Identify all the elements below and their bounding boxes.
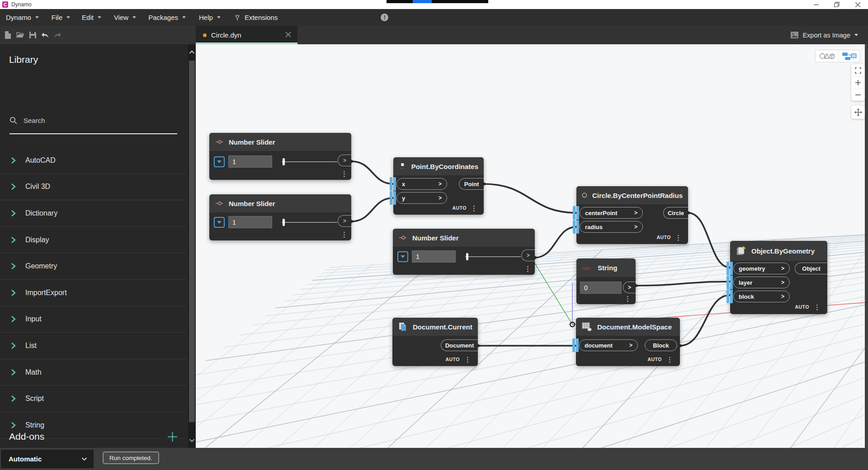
node-context-menu[interactable]: ⋮ [814,304,821,310]
node-header[interactable]: Circle.ByCenterPointRadius [576,186,688,204]
slider-options-dropdown[interactable] [397,251,408,262]
graph-canvas[interactable]: Number Slider > ⋮ Number Slider > ⋮ [196,44,868,448]
graph-view-button[interactable] [838,50,860,62]
minimize-button[interactable] [806,0,826,9]
node-header[interactable]: Number Slider [393,229,535,247]
node-document-modelspace[interactable]: Document.ModelSpace document> Block AUTO… [576,318,680,366]
zoom-in-button[interactable] [851,76,865,89]
input-port-block[interactable]: block> [733,291,790,302]
fit-to-screen-button[interactable] [851,64,865,76]
node-object-bygeometry[interactable]: Object.ByGeometry geometry> layer> block… [730,241,827,314]
scrollbar-thumb[interactable] [189,61,195,422]
tab-close-icon[interactable] [285,31,291,39]
sidebar-item-civil3d[interactable]: Civil 3D [0,174,186,201]
output-port-circle[interactable]: Circle [663,207,688,219]
input-port-layer[interactable]: layer> [733,277,790,288]
run-mode-select[interactable]: Automatic [1,450,94,468]
string-value-input[interactable] [580,282,622,294]
output-port[interactable]: > [338,155,351,166]
node-number-slider-1[interactable]: Number Slider > ⋮ [209,133,351,180]
node-header[interactable]: Number Slider [209,133,351,151]
sidebar-item-display[interactable]: Display [0,227,186,254]
node-header[interactable]: Document.Current [392,318,478,336]
output-port-document[interactable]: Document [441,339,478,351]
input-port-document[interactable]: document> [579,339,638,351]
sidebar-item-importexport[interactable]: ImportExport [0,280,186,306]
input-port-y[interactable]: y> [396,192,447,204]
slider-track[interactable] [282,222,337,223]
restore-button[interactable] [826,0,847,9]
menu-file[interactable]: File [52,14,70,21]
node-number-slider-3[interactable]: Number Slider > ⋮ [393,229,535,275]
wire-slider2-to-point-y[interactable] [351,198,393,221]
node-string[interactable]: ABC String > ⋮ [576,258,636,304]
menu-extensions[interactable]: Extensions [234,14,278,21]
slider-value-input[interactable] [412,250,456,263]
wire-slider3-to-circle-radius[interactable] [535,227,576,258]
export-as-image-button[interactable]: Export as Image [791,32,858,39]
node-circle-bycenterpointradius[interactable]: Circle.ByCenterPointRadius centerPoint> … [576,186,688,244]
slider-options-dropdown[interactable] [214,156,225,167]
menu-packages[interactable]: Packages [148,14,186,21]
open-folder-button[interactable] [16,32,24,38]
sidebar-item-script[interactable]: Script [0,385,186,412]
wire-slider1-to-point-x[interactable] [351,161,393,184]
slider-handle[interactable] [283,219,285,226]
node-number-slider-2[interactable]: Number Slider > ⋮ [209,194,351,240]
menu-edit[interactable]: Edit [82,14,101,21]
sidebar-item-list[interactable]: List [0,333,186,359]
node-context-menu[interactable]: ⋮ [464,357,471,363]
sidebar-item-geometry[interactable]: Geometry [0,253,186,280]
new-file-button[interactable] [5,31,11,39]
undo-button[interactable] [41,32,49,38]
node-header[interactable]: ABC String [576,258,636,277]
slider-track[interactable] [465,256,521,257]
node-context-menu[interactable]: ⋮ [471,205,477,212]
wire-modelspace-to-object-block[interactable] [680,295,730,346]
menu-dynamo[interactable]: Dynamo [6,14,39,21]
output-port-block[interactable]: Block [645,339,677,351]
node-header[interactable]: Document.ModelSpace [576,318,680,336]
sidebar-item-math[interactable]: Math [0,359,186,386]
node-context-menu[interactable]: ⋮ [341,171,348,177]
input-port-geometry[interactable]: geometry> [733,263,790,274]
scroll-up-icon[interactable] [189,48,195,56]
output-port[interactable]: > [521,249,535,261]
sidebar-scrollbar[interactable] [188,44,196,448]
input-port-radius[interactable]: radius> [580,221,643,233]
save-button[interactable] [29,32,36,38]
close-window-button[interactable] [847,0,868,9]
redo-button[interactable] [54,32,61,38]
sidebar-item-autocad[interactable]: AutoCAD [0,147,186,174]
node-context-menu[interactable]: ⋮ [675,235,682,241]
pan-button[interactable] [851,105,865,119]
slider-value-input[interactable] [228,216,272,228]
geometry-view-button[interactable] [816,50,838,62]
wire-point-to-circle-centerpoint[interactable] [484,184,576,213]
wire-circle-to-object-geometry[interactable] [688,213,730,268]
slider-value-input[interactable] [228,155,272,168]
tab-circle-dyn[interactable]: Circle.dyn [196,26,297,44]
node-header[interactable]: XY Point.ByCoordinates [393,157,484,175]
node-context-menu[interactable]: ⋮ [341,231,348,238]
search-input[interactable] [24,117,150,124]
add-package-button[interactable] [167,431,178,444]
zoom-out-button[interactable] [851,89,865,101]
notifications-button[interactable]: ! [381,14,388,21]
menu-help[interactable]: Help [199,14,221,21]
wire-string-to-object-layer[interactable] [636,282,730,286]
scroll-down-icon[interactable] [189,436,195,444]
output-port-object[interactable]: Object [795,263,827,274]
node-point-bycoordinates[interactable]: XY Point.ByCoordinates x> y> Point AUTO … [393,157,484,215]
input-port-centerpoint[interactable]: centerPoint> [580,207,643,219]
slider-options-dropdown[interactable] [214,217,225,228]
node-context-menu[interactable]: ⋮ [524,266,531,272]
slider-track[interactable] [282,161,337,162]
output-port[interactable]: > [623,282,636,293]
node-document-current[interactable]: Document.Current Document AUTO ⋮ [392,318,478,366]
input-port-x[interactable]: x> [396,178,447,190]
menu-view[interactable]: View [114,14,136,21]
slider-handle[interactable] [283,158,285,165]
output-port[interactable]: > [338,215,351,227]
sidebar-item-input[interactable]: Input [0,306,186,333]
